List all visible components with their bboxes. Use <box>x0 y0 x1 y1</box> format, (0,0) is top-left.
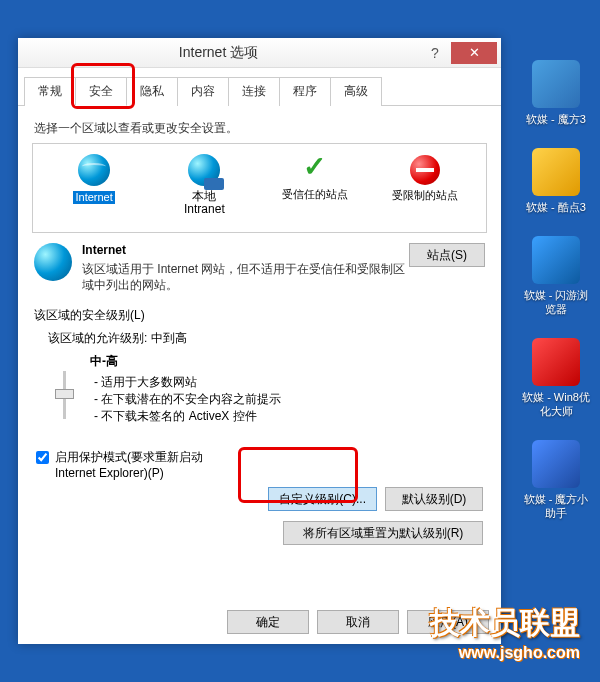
level-info: 中-高 - 适用于大多数网站 - 在下载潜在的不安全内容之前提示 - 不下载未签… <box>90 353 485 425</box>
sites-button[interactable]: 站点(S) <box>409 243 485 267</box>
knife-icon <box>532 338 580 386</box>
ok-button[interactable]: 确定 <box>227 610 309 634</box>
zone-info: Internet 该区域适用于 Internet 网站，但不适用于在受信任和受限… <box>32 233 487 303</box>
zone-trusted[interactable]: 受信任的站点 <box>260 154 370 222</box>
tab-programs[interactable]: 程序 <box>279 77 331 106</box>
slider-thumb[interactable] <box>55 389 74 399</box>
desktop-icon[interactable]: 软媒 - Win8优化大师 <box>520 338 592 418</box>
level-name: 中-高 <box>90 353 485 370</box>
level-heading: 该区域的安全级别(L) <box>34 307 485 324</box>
zone-info-desc: 该区域适用于 Internet 网站，但不适用于在受信任和受限制区域中列出的网站… <box>82 261 409 293</box>
internet-options-dialog: Internet 选项 ? ✕ 常规 安全 隐私 内容 连接 程序 高级 选择一… <box>18 38 501 644</box>
security-level-section: 该区域的安全级别(L) 该区域的允许级别: 中到高 中-高 - 适用于大多数网站… <box>32 303 487 549</box>
dialog-title: Internet 选项 <box>18 44 419 62</box>
intranet-icon <box>188 154 220 186</box>
globe-icon <box>34 243 72 281</box>
cancel-button[interactable]: 取消 <box>317 610 399 634</box>
tab-strip: 常规 安全 隐私 内容 连接 程序 高级 <box>18 68 501 106</box>
desktop-icon[interactable]: 软媒 - 魔方3 <box>520 60 592 126</box>
help-button[interactable]: ? <box>419 42 451 64</box>
tab-content[interactable]: 内容 <box>177 77 229 106</box>
protected-mode-checkbox[interactable] <box>36 451 49 464</box>
globe-icon <box>78 154 110 186</box>
protected-mode-row: 启用保护模式(要求重新启动 Internet Explorer)(P) <box>36 449 483 481</box>
hexagon-icon <box>532 148 580 196</box>
zone-label: Internet <box>73 191 114 204</box>
level-allowed: 该区域的允许级别: 中到高 <box>48 330 485 347</box>
zone-label: 受限制的站点 <box>370 189 480 202</box>
reset-all-button[interactable]: 将所有区域重置为默认级别(R) <box>283 521 483 545</box>
level-bullet: - 适用于大多数网站 <box>94 374 485 391</box>
desktop-icon[interactable]: 软媒 - 魔方小助手 <box>520 440 592 520</box>
protected-mode-label: 启用保护模式(要求重新启动 Internet Explorer)(P) <box>55 449 235 481</box>
person-icon <box>532 440 580 488</box>
custom-level-button[interactable]: 自定义级别(C)... <box>268 487 377 511</box>
watermark-url: www.jsgho.com <box>430 644 580 662</box>
close-button[interactable]: ✕ <box>451 42 497 64</box>
close-icon: ✕ <box>469 45 480 60</box>
level-bullet: - 在下载潜在的不安全内容之前提示 <box>94 391 485 408</box>
default-level-button[interactable]: 默认级别(D) <box>385 487 483 511</box>
titlebar: Internet 选项 ? ✕ <box>18 38 501 68</box>
dialog-buttons: 确定 取消 应用(A) <box>227 610 489 634</box>
apply-button[interactable]: 应用(A) <box>407 610 489 634</box>
cube-icon <box>532 60 580 108</box>
zone-internet[interactable]: Internet <box>39 154 149 222</box>
restricted-icon <box>410 155 440 185</box>
zone-instruction: 选择一个区域以查看或更改安全设置。 <box>34 120 487 137</box>
zone-restricted[interactable]: 受限制的站点 <box>370 154 480 222</box>
zone-label: 本地 Intranet <box>149 190 259 216</box>
zone-info-title: Internet <box>82 243 409 257</box>
zone-info-text: Internet 该区域适用于 Internet 网站，但不适用于在受信任和受限… <box>82 243 409 293</box>
desktop-icon[interactable]: 软媒 - 闪游浏览器 <box>520 236 592 316</box>
tab-general[interactable]: 常规 <box>24 77 76 106</box>
zone-label: 受信任的站点 <box>260 188 370 201</box>
tab-connections[interactable]: 连接 <box>228 77 280 106</box>
zone-local-intranet[interactable]: 本地 Intranet <box>149 154 259 222</box>
security-level-slider[interactable] <box>48 353 80 419</box>
tab-content-area: 选择一个区域以查看或更改安全设置。 Internet 本地 Intranet 受… <box>18 106 501 559</box>
tab-privacy[interactable]: 隐私 <box>126 77 178 106</box>
zones-box: Internet 本地 Intranet 受信任的站点 受限制的站点 <box>32 143 487 233</box>
browser-icon <box>532 236 580 284</box>
tab-security[interactable]: 安全 <box>75 77 127 106</box>
checkmark-icon <box>301 156 329 184</box>
level-bullet: - 不下载未签名的 ActiveX 控件 <box>94 408 485 425</box>
desktop-icon[interactable]: 软媒 - 酷点3 <box>520 148 592 214</box>
desktop-icons: 软媒 - 魔方3 软媒 - 酷点3 软媒 - 闪游浏览器 软媒 - Win8优化… <box>520 60 592 542</box>
tab-advanced[interactable]: 高级 <box>330 77 382 106</box>
